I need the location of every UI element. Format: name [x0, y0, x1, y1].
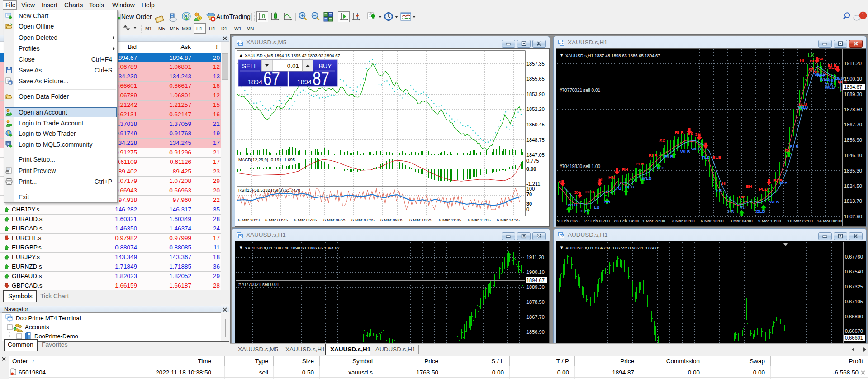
svg-text:BH: BH: [746, 184, 752, 189]
svg-text:LX: LX: [808, 53, 815, 58]
svg-text:6 Mar 18:00: 6 Mar 18:00: [701, 218, 724, 223]
svg-text:BLB: BLB: [664, 154, 674, 159]
svg-text:WLB: WLB: [691, 146, 701, 151]
svg-text:0.66670: 0.66670: [845, 328, 863, 334]
svg-text:67: 67: [263, 68, 280, 89]
svg-text:6 Mar 07:45: 6 Mar 07:45: [351, 217, 375, 222]
svg-text:1847.05: 1847.05: [526, 152, 545, 158]
svg-text:0.01: 0.01: [287, 62, 299, 69]
svg-text:1846.10: 1846.10: [844, 153, 862, 158]
svg-text:6 Mar 03:45: 6 Mar 03:45: [265, 217, 288, 222]
svg-text:0.66890: 0.66890: [845, 314, 863, 319]
svg-text:1857.35: 1857.35: [526, 61, 545, 67]
svg-text:0.66601: 0.66601: [845, 335, 863, 341]
svg-text:1889.30: 1889.30: [526, 284, 545, 290]
svg-text:WLB: WLB: [798, 105, 808, 110]
svg-text:#70770021 sell 0.01: #70770021 sell 0.01: [560, 88, 601, 93]
svg-text:0: 0: [526, 206, 529, 212]
svg-text:10 Mar 22:00: 10 Mar 22:00: [787, 218, 813, 223]
svg-text:6 Mar 13:05: 6 Mar 13:05: [468, 217, 491, 222]
svg-text:6 Mar 2023: 6 Mar 2023: [238, 217, 260, 222]
svg-text:#70770021 sell 0.01: #70770021 sell 0.01: [238, 282, 280, 287]
svg-text:HI: HI: [800, 58, 804, 62]
svg-text:TLB: TLB: [656, 165, 665, 170]
svg-text:6 Mar 09:05: 6 Mar 09:05: [380, 217, 403, 222]
svg-text:6 Mar 10:25: 6 Mar 10:25: [409, 217, 432, 222]
svg-text:1894.67: 1894.67: [844, 84, 862, 90]
svg-text:TLB: TLB: [779, 180, 788, 185]
svg-text:BLB: BLB: [585, 189, 594, 194]
svg-text:14 Mar 08:00: 14 Mar 08:00: [817, 218, 842, 223]
svg-text:SX: SX: [574, 190, 580, 195]
svg-text:1855.65: 1855.65: [526, 76, 545, 82]
svg-text:▼: ▼: [560, 53, 564, 58]
svg-text:HI: HI: [722, 181, 726, 186]
svg-text:▲: ▲: [239, 53, 243, 58]
svg-text:TU: TU: [616, 186, 621, 191]
svg-text:BLB: BLB: [790, 144, 799, 149]
svg-text:MACD(12,26,9) -0.191 -1.695: MACD(12,26,9) -0.191 -1.695: [238, 157, 295, 162]
svg-text:BLB: BLB: [712, 155, 721, 160]
svg-text:1894.67: 1894.67: [526, 278, 545, 283]
svg-text:87: 87: [313, 68, 329, 89]
svg-text:WLB: WLB: [568, 202, 578, 207]
svg-text:6 Mar 14:25: 6 Mar 14:25: [497, 217, 520, 222]
svg-text:XAUUSD.s,H1 1887.48 1898.63 1: XAUUSD.s,H1 1887.48 1898.63 1886.65 1894…: [565, 53, 660, 58]
svg-text:6 Mar 05:05: 6 Mar 05:05: [294, 217, 317, 222]
svg-text:9 Mar 13:00: 9 Mar 13:00: [758, 218, 781, 223]
svg-text:70: 70: [526, 192, 532, 197]
svg-text:SS: SS: [559, 179, 564, 184]
svg-text:1850.45: 1850.45: [526, 122, 545, 127]
svg-text:HI: HI: [598, 177, 603, 182]
svg-text:BH: BH: [622, 167, 628, 172]
svg-text:WLB: WLB: [642, 176, 652, 181]
svg-text:1878.50: 1878.50: [526, 299, 545, 305]
svg-text:0.67540: 0.67540: [845, 269, 863, 274]
svg-text:28 Feb 14:00: 28 Feb 14:00: [614, 218, 639, 223]
svg-text:6 Mar 06:25: 6 Mar 06:25: [323, 217, 346, 222]
svg-text:1867.70: 1867.70: [526, 314, 545, 320]
svg-text:1802.90: 1802.90: [844, 214, 862, 219]
svg-text:HM: HM: [608, 175, 615, 180]
svg-text:-1.211: -1.211: [526, 181, 540, 187]
svg-text:1894: 1894: [297, 78, 312, 86]
svg-text:1856.90: 1856.90: [526, 329, 545, 335]
svg-text:HR: HR: [829, 77, 835, 82]
svg-text:1824.50: 1824.50: [844, 183, 862, 189]
svg-text:BLB: BLB: [835, 76, 844, 81]
svg-text:1835.30: 1835.30: [844, 168, 862, 173]
svg-text:27 Feb 05:00: 27 Feb 05:00: [584, 218, 610, 223]
svg-text:WLB: WLB: [680, 149, 690, 154]
svg-text:1867.70: 1867.70: [844, 122, 862, 127]
svg-text:1900.10: 1900.10: [526, 269, 545, 275]
svg-text:100: 100: [526, 186, 535, 192]
svg-text:▼: ▼: [560, 245, 564, 250]
svg-text:1853.90: 1853.90: [526, 91, 545, 97]
svg-text:SS: SS: [688, 131, 693, 136]
svg-text:SX: SX: [695, 132, 701, 137]
svg-text:1: 1: [862, 12, 865, 19]
svg-text:SELL: SELL: [242, 62, 257, 70]
svg-text:BLB: BLB: [756, 209, 765, 214]
svg-text:WLB: WLB: [769, 199, 779, 204]
svg-text:1911.20: 1911.20: [844, 61, 862, 66]
svg-text:0.67760: 0.67760: [845, 254, 863, 259]
svg-text:0.00: 0.00: [526, 166, 536, 172]
svg-text:XAUUSD.s,M5 1894.15 1895.42 1: XAUUSD.s,M5 1894.15 1895.42 1893.92 1894…: [245, 53, 340, 58]
svg-text:BLB: BLB: [810, 58, 819, 63]
svg-text:1856.90: 1856.90: [844, 137, 862, 143]
svg-text:30: 30: [526, 201, 532, 206]
svg-text:23 Feb 2023: 23 Feb 2023: [557, 218, 579, 223]
svg-text:BLB: BLB: [817, 73, 826, 78]
svg-text:LB: LB: [594, 205, 600, 210]
svg-text:BLB: BLB: [649, 153, 658, 158]
svg-text:0.775: 0.775: [526, 158, 539, 163]
svg-text:WLB: WLB: [825, 85, 835, 90]
svg-text:SX: SX: [659, 138, 665, 143]
svg-text:HR: HR: [728, 209, 734, 214]
svg-text:PLB: PLB: [759, 187, 768, 192]
svg-text:HR: HR: [604, 199, 611, 204]
svg-text:XAUUSD.s,H1 1887.48 1898.63 1: XAUUSD.s,H1 1887.48 1898.63 1886.65 1894…: [245, 245, 340, 250]
svg-text:1852.20: 1852.20: [526, 106, 545, 112]
svg-text:LB: LB: [716, 188, 722, 193]
